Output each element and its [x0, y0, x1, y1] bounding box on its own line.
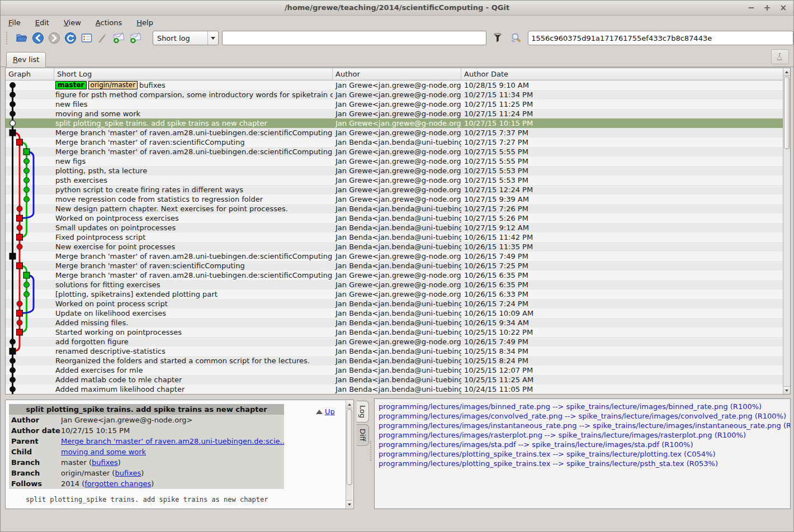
- commit-row[interactable]: new figsJan Grewe<jan.grewe@g-node.org>1…: [6, 156, 783, 166]
- commit-row[interactable]: Merge branch 'master' of raven.am28.uni-…: [6, 147, 783, 156]
- commit-row[interactable]: plotting, psth, sta lectureJan Grewe<jan…: [6, 166, 783, 175]
- scroll-down-button[interactable]: [783, 386, 790, 394]
- commit-row[interactable]: psth exercisesJan Grewe<jan.grewe@g-node…: [6, 175, 783, 185]
- scrollbar-thumb[interactable]: [347, 409, 352, 485]
- up-link[interactable]: Up: [325, 407, 335, 416]
- commit-row[interactable]: Merge branch 'master' of raven:scientifi…: [6, 137, 783, 147]
- commit-row[interactable]: Added exercises for mleJan Benda<jan.ben…: [6, 365, 783, 375]
- up-control[interactable]: Up: [314, 407, 337, 416]
- commit-row[interactable]: Added missing files.Jan Benda<jan.benda@…: [6, 318, 783, 327]
- commit-row[interactable]: Small updates on pointprocessesJan Benda…: [6, 223, 783, 232]
- back-icon[interactable]: [30, 31, 46, 45]
- menu-help[interactable]: Help: [136, 18, 153, 27]
- commit-subject: Worked on pointprocess exercises: [55, 214, 179, 222]
- file-rename-entry[interactable]: programming/lectures/images/sta.pdf --> …: [379, 440, 790, 449]
- commit-row[interactable]: renamed descriptive-statisticsJan Benda<…: [6, 346, 783, 356]
- commit-row[interactable]: new filesJan Grewe<jan.grewe@g-node.org>…: [6, 99, 783, 109]
- scroll-down-button[interactable]: [346, 500, 353, 508]
- commit-row[interactable]: masterorigin/masterbufixesJan Grewe<jan.…: [6, 80, 783, 90]
- revlist-scrollbar[interactable]: [783, 68, 790, 394]
- view-icon[interactable]: [79, 31, 95, 45]
- commit-subject: New design pattern chapter. Next exercis…: [55, 205, 288, 213]
- wand-icon[interactable]: [95, 31, 111, 45]
- commit-row[interactable]: Reorganized the folders and started a co…: [6, 356, 783, 365]
- commit-row[interactable]: python script to create firing rates in …: [6, 185, 783, 194]
- tab-rev-list[interactable]: Rev list: [6, 52, 46, 67]
- commit-date: 10/27/15 7:27 PM: [461, 137, 783, 147]
- save-patch-icon[interactable]: [111, 31, 127, 45]
- commit-row[interactable]: moving and some workJan Grewe<jan.grewe@…: [6, 109, 783, 118]
- file-rename-entry[interactable]: programming/lectures/images/rasterplot.p…: [379, 430, 790, 440]
- commit-row[interactable]: Merge branch 'master' of raven:scientifi…: [6, 261, 783, 270]
- filter-input[interactable]: [222, 31, 486, 45]
- file-rename-entry[interactable]: programming/lectures/plotting_spike_trai…: [379, 459, 790, 468]
- column-header-graph[interactable]: Graph: [6, 68, 54, 80]
- menu-actions[interactable]: Actions: [96, 18, 122, 27]
- commit-row[interactable]: Worked on point process scriptJan Benda<…: [6, 299, 783, 308]
- open-icon[interactable]: [14, 31, 30, 45]
- log-mode-select[interactable]: Short log: [153, 31, 219, 45]
- maximize-button[interactable]: +: [764, 4, 771, 12]
- commit-row[interactable]: Worked on pointprocess exercisesJan Bend…: [6, 213, 783, 223]
- menu-file[interactable]: File: [8, 18, 21, 27]
- commit-author: Jan Benda<jan.benda@uni-tuebing...: [333, 346, 461, 356]
- detail-link[interactable]: forgotten changes: [84, 479, 151, 488]
- apply-patch-icon[interactable]: [127, 31, 144, 45]
- detail-link[interactable]: bufixes: [115, 469, 141, 477]
- filter-icon[interactable]: [491, 31, 504, 45]
- commit-row[interactable]: Fixed pointprocess scriptJan Benda<jan.b…: [6, 232, 783, 242]
- detail-link[interactable]: Merge branch 'master' of raven.am28.uni-…: [61, 437, 284, 445]
- minimize-button[interactable]: −: [748, 4, 755, 12]
- splitter-handle[interactable]: [370, 441, 374, 461]
- file-rename-entry[interactable]: programming/lectures/images/binned_rate.…: [379, 402, 790, 411]
- commit-row[interactable]: move regression code from statistics to …: [6, 194, 783, 204]
- commit-row[interactable]: Merge branch 'master' of raven.am28.uni-…: [6, 270, 783, 280]
- toolbar-drag-handle[interactable]: [6, 32, 10, 44]
- column-header-short-log[interactable]: Short Log: [54, 68, 333, 80]
- file-rename-entry[interactable]: programming/lectures/images/convolved_ra…: [379, 411, 790, 421]
- reload-icon[interactable]: [63, 31, 79, 45]
- detail-scrollbar[interactable]: [346, 401, 353, 508]
- column-header-author-date[interactable]: Author Date: [461, 68, 790, 80]
- commit-date: 10/27/15 11:34 PM: [461, 90, 783, 99]
- sha-input[interactable]: [528, 31, 793, 45]
- commit-row[interactable]: Started working on pointprocessesJan Ben…: [6, 327, 783, 337]
- file-rename-entry[interactable]: programming/lectures/plotting_spike_trai…: [379, 449, 790, 459]
- scroll-up-button[interactable]: [783, 68, 790, 76]
- commit-row[interactable]: New exercise for point processesJan Bend…: [6, 242, 783, 251]
- detail-link[interactable]: bufixes: [92, 458, 118, 467]
- commit-author: Jan Grewe<jan.grewe@g-node.org>: [333, 251, 461, 261]
- detach-tab-button[interactable]: [771, 49, 789, 64]
- commit-row[interactable]: add forgotten figureJan Grewe<jan.grewe@…: [6, 337, 783, 346]
- commit-date: 10/27/15 9:39 AM: [461, 194, 783, 204]
- search-edit-icon[interactable]: [509, 31, 522, 45]
- commit-date: 10/27/15 5:26 PM: [461, 213, 783, 223]
- scroll-up-button[interactable]: [346, 401, 353, 408]
- commit-row[interactable]: New design pattern chapter. Next exercis…: [6, 204, 783, 213]
- commit-author: Jan Grewe<jan.grewe@g-node.org>: [333, 99, 461, 109]
- tab-diff[interactable]: Diff: [357, 424, 369, 446]
- close-button[interactable]: ×: [779, 4, 787, 12]
- file-rename-entry[interactable]: programming/lectures/images/instantaneou…: [379, 421, 790, 430]
- commit-author: Jan Grewe<jan.grewe@g-node.org>: [333, 109, 461, 118]
- commit-row[interactable]: Update on likelihood exercisesJan Benda<…: [6, 308, 783, 318]
- commit-row[interactable]: Added matlab code to mle chapterJan Bend…: [6, 375, 783, 384]
- tab-log[interactable]: Log: [357, 401, 369, 422]
- commit-row[interactable]: Added maximum likelihood chapterJan Bend…: [6, 384, 783, 394]
- detail-link[interactable]: moving and some work: [61, 448, 146, 456]
- menu-view[interactable]: View: [64, 18, 81, 27]
- commit-subject: Fixed pointprocess script: [55, 233, 145, 241]
- commit-row-selected[interactable]: split plotting_spike trains. add spike t…: [6, 118, 783, 128]
- commit-row[interactable]: [plotting, spiketrains] extended plottin…: [6, 289, 783, 299]
- commit-subject: Merge branch 'master' of raven:scientifi…: [55, 262, 245, 270]
- commit-date: 10/26/15 11:42 PM: [461, 232, 783, 242]
- commit-row[interactable]: solutions for fitting exercisesJan Grewe…: [6, 280, 783, 289]
- scrollbar-thumb[interactable]: [784, 77, 790, 149]
- menu-edit[interactable]: Edit: [35, 18, 49, 27]
- forward-icon[interactable]: [46, 31, 63, 45]
- commit-row[interactable]: figure for psth method comparsion, some …: [6, 90, 783, 99]
- column-header-author[interactable]: Author: [333, 68, 461, 80]
- commit-row[interactable]: Merge branch 'master' of raven.am28.uni-…: [6, 251, 783, 261]
- commit-row[interactable]: Merge branch 'master' of raven.am28.uni-…: [6, 128, 783, 137]
- commit-subject: solutions for fitting exercises: [55, 281, 160, 289]
